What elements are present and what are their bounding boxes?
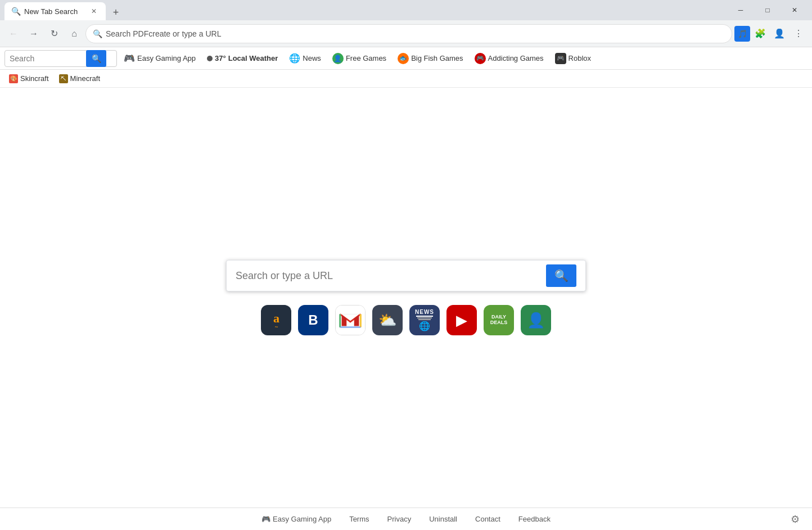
back-button[interactable]: ← (4, 25, 22, 43)
ext-item-roblox[interactable]: 🎮 Roblox (551, 51, 596, 66)
tab-label: New Tab Search (24, 7, 85, 16)
footer-easy-gaming-label: Easy Gaming App (273, 515, 331, 523)
footer-easy-gaming[interactable]: 🎮 Easy Gaming App (261, 515, 331, 523)
profile-button[interactable]: 👤 (770, 25, 788, 43)
extensions-button[interactable]: 🧩 (751, 25, 769, 43)
center-search-input[interactable] (236, 270, 546, 282)
footer-contact-link[interactable]: Contact (475, 515, 500, 523)
ext-bar: 🔍 🎮 Easy Gaming App 37° Local Weather 🌐 … (0, 47, 812, 70)
free-games-label: Free Games (346, 54, 386, 62)
titlebar: 🔍 New Tab Search ✕ + ─ □ ✕ (0, 0, 812, 20)
footer-gear-button[interactable]: ⚙ (787, 511, 803, 527)
easy-gaming-icon: 🎮 (124, 53, 135, 64)
reload-button[interactable]: ↻ (45, 25, 63, 43)
forward-button[interactable]: → (25, 25, 43, 43)
bookmark-minecraft[interactable]: ⛏ Minecraft (55, 72, 105, 86)
quick-link-news[interactable]: NEWS 🌐 (409, 305, 440, 335)
weather-label: Local Weather (228, 54, 278, 62)
news-label: News (303, 54, 321, 62)
ext-search-button[interactable]: 🔍 (86, 50, 106, 67)
weather-dot-icon (207, 56, 213, 61)
big-fish-icon: 🐟 (398, 53, 409, 64)
bookmarks-bar: 🎨 Skincraft ⛏ Minecraft (0, 70, 812, 88)
footer: 🎮 Easy Gaming App Terms Privacy Uninstal… (0, 507, 812, 530)
weather-prefix: 37° (215, 54, 226, 62)
quick-link-weather[interactable]: ⛅ (372, 305, 403, 335)
omnibox-text: Search PDFcreate or type a URL (106, 29, 725, 38)
minimize-button[interactable]: ─ (728, 1, 754, 19)
toolbar-icons: 🎵 🧩 👤 ⋮ (734, 25, 808, 43)
extension-icon[interactable]: 🎵 (734, 26, 750, 42)
quick-link-gmail[interactable] (335, 305, 366, 335)
bookmark-skincraft[interactable]: 🎨 Skincraft (4, 72, 53, 86)
news-icon: 🌐 (289, 53, 300, 64)
ext-item-big-fish[interactable]: 🐟 Big Fish Games (393, 51, 467, 66)
quick-link-gaming[interactable]: 👤 (521, 305, 551, 335)
ext-item-easy-gaming[interactable]: 🎮 Easy Gaming App (119, 51, 200, 66)
tab-strip: 🔍 New Tab Search ✕ + (4, 0, 728, 20)
skincraft-label: Skincraft (20, 74, 49, 83)
tab-favicon: 🔍 (11, 7, 21, 16)
window-controls: ─ □ ✕ (728, 1, 808, 19)
free-games-icon: 👤 (332, 53, 344, 64)
main-content: 🔍 a ~ B (0, 88, 812, 507)
ext-item-addicting-games[interactable]: 🎮 Addicting Games (470, 51, 548, 66)
maximize-button[interactable]: □ (755, 1, 781, 19)
addressbar-row: ← → ↻ ⌂ 🔍 Search PDFcreate or type a URL… (0, 20, 812, 47)
ext-search-input[interactable] (10, 54, 83, 63)
footer-uninstall-link[interactable]: Uninstall (429, 515, 457, 523)
easy-gaming-label: Easy Gaming App (137, 54, 196, 62)
minecraft-label: Minecraft (70, 74, 100, 83)
footer-gaming-icon: 🎮 (261, 515, 270, 523)
omnibox-search-icon: 🔍 (93, 29, 102, 38)
minecraft-favicon: ⛏ (59, 74, 68, 83)
footer-privacy-link[interactable]: Privacy (387, 515, 412, 523)
footer-terms-link[interactable]: Terms (349, 515, 369, 523)
close-button[interactable]: ✕ (782, 1, 808, 19)
quick-link-booking[interactable]: B (298, 305, 328, 335)
quick-links: a ~ B ⛅ (261, 305, 551, 335)
active-tab[interactable]: 🔍 New Tab Search ✕ (4, 2, 106, 20)
quick-link-amazon[interactable]: a ~ (261, 305, 291, 335)
tab-close-button[interactable]: ✕ (89, 6, 99, 16)
menu-button[interactable]: ⋮ (790, 25, 808, 43)
footer-feedback-link[interactable]: Feedback (518, 515, 551, 523)
ext-item-free-games[interactable]: 👤 Free Games (328, 51, 391, 66)
skincraft-favicon: 🎨 (9, 74, 18, 83)
roblox-icon: 🎮 (555, 53, 566, 64)
addicting-games-icon: 🎮 (475, 53, 486, 64)
center-search-box: 🔍 (226, 260, 586, 291)
omnibox[interactable]: 🔍 Search PDFcreate or type a URL (85, 24, 732, 43)
addicting-games-label: Addicting Games (488, 54, 544, 62)
home-button[interactable]: ⌂ (65, 25, 83, 43)
center-search-button[interactable]: 🔍 (546, 264, 576, 287)
ext-search-container: 🔍 (4, 50, 117, 67)
roblox-label: Roblox (569, 54, 591, 62)
big-fish-label: Big Fish Games (411, 54, 463, 62)
ext-item-news[interactable]: 🌐 News (285, 51, 326, 66)
quick-link-daily-deals[interactable]: DAILY DEALS (484, 305, 514, 335)
quick-link-youtube[interactable]: ▶ (446, 305, 477, 335)
new-tab-button[interactable]: + (108, 5, 124, 20)
ext-item-weather[interactable]: 37° Local Weather (202, 52, 282, 65)
